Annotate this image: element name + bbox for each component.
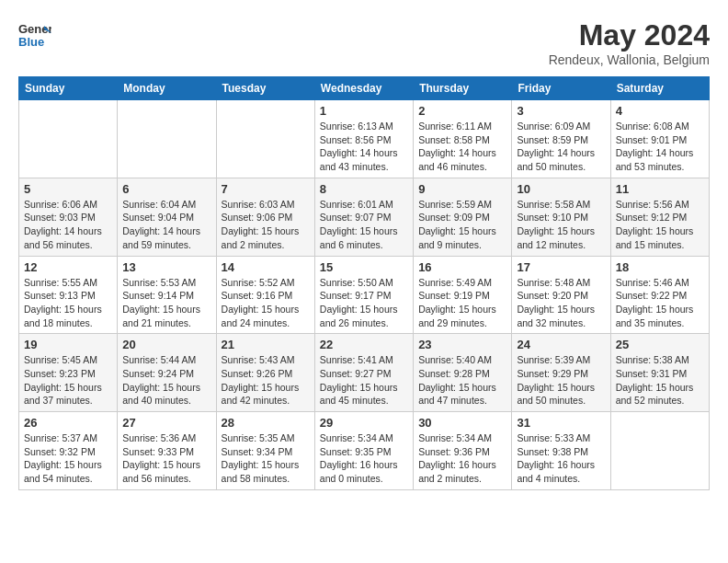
table-cell: 22Sunrise: 5:41 AM Sunset: 9:27 PM Dayli… (314, 334, 413, 412)
table-cell: 3Sunrise: 6:09 AM Sunset: 8:59 PM Daylig… (512, 100, 610, 178)
table-cell: 24Sunrise: 5:39 AM Sunset: 9:29 PM Dayli… (512, 334, 610, 412)
week-row-1: 1Sunrise: 6:13 AM Sunset: 8:56 PM Daylig… (19, 100, 710, 178)
svg-text:Blue: Blue (18, 35, 44, 49)
table-cell: 5Sunrise: 6:06 AM Sunset: 9:03 PM Daylig… (19, 178, 118, 256)
col-saturday: Saturday (610, 77, 709, 100)
day-number: 8 (320, 182, 408, 196)
table-cell: 1Sunrise: 6:13 AM Sunset: 8:56 PM Daylig… (314, 100, 413, 178)
table-cell: 19Sunrise: 5:45 AM Sunset: 9:23 PM Dayli… (19, 334, 118, 412)
table-cell: 6Sunrise: 6:04 AM Sunset: 9:04 PM Daylig… (118, 178, 216, 256)
day-info: Sunrise: 5:34 AM Sunset: 9:35 PM Dayligh… (320, 431, 408, 486)
page-header: General Blue May 2024 Rendeux, Wallonia,… (18, 18, 710, 67)
table-cell (19, 100, 118, 178)
day-info: Sunrise: 5:33 AM Sunset: 9:38 PM Dayligh… (517, 431, 605, 486)
day-info: Sunrise: 6:06 AM Sunset: 9:03 PM Dayligh… (24, 198, 112, 252)
day-info: Sunrise: 5:41 AM Sunset: 9:27 PM Dayligh… (320, 353, 408, 408)
table-cell: 7Sunrise: 6:03 AM Sunset: 9:06 PM Daylig… (216, 178, 314, 256)
day-info: Sunrise: 5:50 AM Sunset: 9:17 PM Dayligh… (320, 276, 408, 330)
table-cell: 31Sunrise: 5:33 AM Sunset: 9:38 PM Dayli… (512, 412, 610, 490)
col-friday: Friday (512, 77, 610, 100)
day-info: Sunrise: 5:34 AM Sunset: 9:36 PM Dayligh… (418, 431, 506, 486)
day-info: Sunrise: 6:03 AM Sunset: 9:06 PM Dayligh… (222, 198, 310, 252)
day-number: 28 (222, 416, 310, 430)
title-block: May 2024 Rendeux, Wallonia, Belgium (549, 18, 710, 67)
day-number: 27 (122, 416, 210, 430)
table-cell: 25Sunrise: 5:38 AM Sunset: 9:31 PM Dayli… (610, 334, 709, 412)
day-number: 10 (517, 182, 605, 196)
table-cell: 4Sunrise: 6:08 AM Sunset: 9:01 PM Daylig… (610, 100, 709, 178)
day-number: 19 (24, 338, 112, 351)
day-number: 13 (122, 260, 210, 274)
day-number: 31 (517, 416, 605, 430)
table-cell: 13Sunrise: 5:53 AM Sunset: 9:14 PM Dayli… (118, 256, 216, 334)
table-cell: 9Sunrise: 5:59 AM Sunset: 9:09 PM Daylig… (414, 178, 512, 256)
day-info: Sunrise: 5:37 AM Sunset: 9:32 PM Dayligh… (24, 431, 112, 486)
table-cell (118, 100, 216, 178)
table-cell: 20Sunrise: 5:44 AM Sunset: 9:24 PM Dayli… (118, 334, 216, 412)
table-cell: 28Sunrise: 5:35 AM Sunset: 9:34 PM Dayli… (216, 412, 314, 490)
day-number: 12 (24, 260, 112, 274)
day-info: Sunrise: 5:45 AM Sunset: 9:23 PM Dayligh… (24, 353, 112, 408)
col-monday: Monday (118, 77, 216, 100)
day-number: 22 (320, 338, 408, 351)
day-info: Sunrise: 6:01 AM Sunset: 9:07 PM Dayligh… (320, 198, 408, 252)
day-number: 24 (517, 338, 605, 351)
table-cell (610, 412, 709, 490)
day-info: Sunrise: 5:43 AM Sunset: 9:26 PM Dayligh… (222, 353, 310, 408)
day-info: Sunrise: 5:44 AM Sunset: 9:24 PM Dayligh… (122, 353, 210, 408)
logo: General Blue (18, 18, 51, 52)
location: Rendeux, Wallonia, Belgium (549, 52, 710, 67)
day-info: Sunrise: 5:46 AM Sunset: 9:22 PM Dayligh… (616, 276, 704, 330)
day-number: 20 (122, 338, 210, 351)
day-number: 11 (616, 182, 704, 196)
day-info: Sunrise: 5:38 AM Sunset: 9:31 PM Dayligh… (616, 353, 704, 408)
table-cell: 10Sunrise: 5:58 AM Sunset: 9:10 PM Dayli… (512, 178, 610, 256)
calendar-table: Sunday Monday Tuesday Wednesday Thursday… (18, 76, 710, 490)
day-number: 9 (418, 182, 506, 196)
day-number: 1 (320, 104, 408, 118)
week-row-3: 12Sunrise: 5:55 AM Sunset: 9:13 PM Dayli… (19, 256, 710, 334)
table-cell: 2Sunrise: 6:11 AM Sunset: 8:58 PM Daylig… (414, 100, 512, 178)
day-info: Sunrise: 5:36 AM Sunset: 9:33 PM Dayligh… (122, 431, 210, 486)
table-cell: 23Sunrise: 5:40 AM Sunset: 9:28 PM Dayli… (414, 334, 512, 412)
table-cell: 11Sunrise: 5:56 AM Sunset: 9:12 PM Dayli… (610, 178, 709, 256)
table-cell: 30Sunrise: 5:34 AM Sunset: 9:36 PM Dayli… (414, 412, 512, 490)
table-cell: 18Sunrise: 5:46 AM Sunset: 9:22 PM Dayli… (610, 256, 709, 334)
day-number: 4 (616, 104, 704, 118)
logo-icon: General Blue (18, 18, 51, 52)
col-tuesday: Tuesday (216, 77, 314, 100)
week-row-4: 19Sunrise: 5:45 AM Sunset: 9:23 PM Dayli… (19, 334, 710, 412)
day-number: 30 (418, 416, 506, 430)
table-cell: 17Sunrise: 5:48 AM Sunset: 9:20 PM Dayli… (512, 256, 610, 334)
day-number: 3 (517, 104, 605, 118)
day-info: Sunrise: 5:35 AM Sunset: 9:34 PM Dayligh… (222, 431, 310, 486)
table-cell: 27Sunrise: 5:36 AM Sunset: 9:33 PM Dayli… (118, 412, 216, 490)
table-cell (216, 100, 314, 178)
table-cell: 21Sunrise: 5:43 AM Sunset: 9:26 PM Dayli… (216, 334, 314, 412)
table-cell: 14Sunrise: 5:52 AM Sunset: 9:16 PM Dayli… (216, 256, 314, 334)
day-info: Sunrise: 5:56 AM Sunset: 9:12 PM Dayligh… (616, 198, 704, 252)
day-number: 17 (517, 260, 605, 274)
day-number: 7 (222, 182, 310, 196)
day-number: 23 (418, 338, 506, 351)
table-cell: 26Sunrise: 5:37 AM Sunset: 9:32 PM Dayli… (19, 412, 118, 490)
month-year: May 2024 (549, 18, 710, 52)
table-cell: 8Sunrise: 6:01 AM Sunset: 9:07 PM Daylig… (314, 178, 413, 256)
day-info: Sunrise: 6:11 AM Sunset: 8:58 PM Dayligh… (418, 120, 506, 174)
day-info: Sunrise: 5:59 AM Sunset: 9:09 PM Dayligh… (418, 198, 506, 252)
week-row-5: 26Sunrise: 5:37 AM Sunset: 9:32 PM Dayli… (19, 412, 710, 490)
day-info: Sunrise: 6:09 AM Sunset: 8:59 PM Dayligh… (517, 120, 605, 174)
day-info: Sunrise: 5:39 AM Sunset: 9:29 PM Dayligh… (517, 353, 605, 408)
day-info: Sunrise: 6:08 AM Sunset: 9:01 PM Dayligh… (616, 120, 704, 174)
col-wednesday: Wednesday (314, 77, 413, 100)
day-number: 14 (222, 260, 310, 274)
day-info: Sunrise: 5:55 AM Sunset: 9:13 PM Dayligh… (24, 276, 112, 330)
day-info: Sunrise: 5:58 AM Sunset: 9:10 PM Dayligh… (517, 198, 605, 252)
day-number: 16 (418, 260, 506, 274)
day-number: 21 (222, 338, 310, 351)
table-cell: 15Sunrise: 5:50 AM Sunset: 9:17 PM Dayli… (314, 256, 413, 334)
week-row-2: 5Sunrise: 6:06 AM Sunset: 9:03 PM Daylig… (19, 178, 710, 256)
day-info: Sunrise: 5:40 AM Sunset: 9:28 PM Dayligh… (418, 353, 506, 408)
day-number: 18 (616, 260, 704, 274)
table-cell: 29Sunrise: 5:34 AM Sunset: 9:35 PM Dayli… (314, 412, 413, 490)
